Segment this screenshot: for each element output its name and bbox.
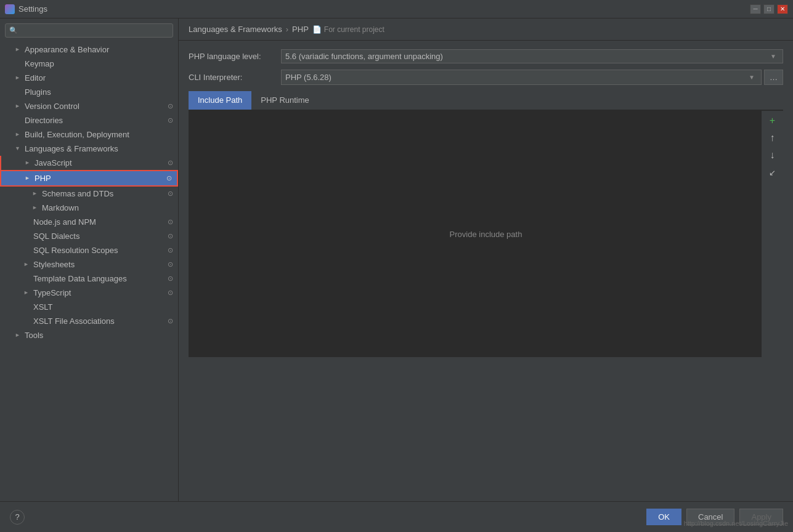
sidebar-item-label: Schemas and DTDs xyxy=(42,189,113,198)
sidebar-item-label: Plugins xyxy=(25,87,51,97)
copy-icon: ⊙ xyxy=(168,116,173,124)
sidebar-item-editor[interactable]: Editor xyxy=(0,71,178,85)
sidebar-item-plugins[interactable]: Plugins xyxy=(0,85,178,99)
help-section: ? xyxy=(10,510,25,525)
project-scope: 📄 For current project xyxy=(312,25,384,34)
sidebar-item-label: Node.js and NPM xyxy=(33,217,96,227)
sidebar-item-label: Version Control xyxy=(25,102,79,111)
sidebar-item-typescript[interactable]: TypeScript ⊙ xyxy=(0,286,178,300)
sidebar-item-build[interactable]: Build, Execution, Deployment xyxy=(0,127,178,142)
maximize-button[interactable]: □ xyxy=(763,4,775,14)
sidebar-item-label: XSLT xyxy=(33,302,53,312)
arrow-icon xyxy=(23,233,31,240)
language-level-row: PHP language level: 5.6 (variadic functi… xyxy=(189,49,783,63)
sidebar-item-label: TypeScript xyxy=(33,288,71,297)
sidebar-item-label: JavaScript xyxy=(35,158,72,167)
cli-interpreter-field: PHP (5.6.28) ▼ … xyxy=(281,70,783,85)
sidebar-item-keymap[interactable]: Keymap xyxy=(0,57,178,71)
sidebar-item-javascript[interactable]: JavaScript ⊙ xyxy=(0,156,178,170)
sidebar-item-label: SQL Resolution Scopes xyxy=(33,246,118,255)
sidebar-item-label: Build, Execution, Deployment xyxy=(25,130,129,139)
tabs-bar: Include Path PHP Runtime xyxy=(189,91,783,111)
sidebar-item-template-data[interactable]: Template Data Languages ⊙ xyxy=(0,272,178,286)
breadcrumb-parent: Languages & Frameworks xyxy=(189,25,282,34)
arrow-icon xyxy=(15,75,22,82)
language-level-dropdown[interactable]: 5.6 (variadic functions, argument unpack… xyxy=(281,49,783,63)
cli-interpreter-row: CLI Interpreter: PHP (5.6.28) ▼ … xyxy=(189,70,783,85)
arrow-icon xyxy=(15,103,22,110)
copy-icon: ⊙ xyxy=(168,317,173,325)
sidebar-item-tools[interactable]: Tools xyxy=(0,328,178,342)
include-path-panel: Provide include path + ↑ ↓ ↙ xyxy=(189,111,783,357)
language-level-value: 5.6 (variadic functions, argument unpack… xyxy=(285,52,768,61)
sidebar-item-label: PHP xyxy=(35,174,51,183)
close-button[interactable]: ✕ xyxy=(777,4,788,14)
search-box[interactable]: 🔍 xyxy=(5,23,173,38)
tab-php-runtime[interactable]: PHP Runtime xyxy=(251,91,319,110)
arrow-icon xyxy=(15,117,22,124)
sidebar-item-stylesheets[interactable]: Stylesheets ⊙ xyxy=(0,257,178,272)
cli-interpreter-browse-button[interactable]: … xyxy=(764,70,783,85)
sidebar-item-sql-dialects[interactable]: SQL Dialects ⊙ xyxy=(0,229,178,243)
sidebar-item-label: Directories xyxy=(25,116,63,125)
move-bottom-button[interactable]: ↙ xyxy=(765,165,780,180)
sidebar-item-label: XSLT File Associations xyxy=(33,316,115,326)
sidebar-item-sql-resolution[interactable]: SQL Resolution Scopes ⊙ xyxy=(0,243,178,257)
sidebar-item-label: Languages & Frameworks xyxy=(25,144,118,153)
copy-icon: ⊙ xyxy=(168,218,173,226)
breadcrumb-separator: › xyxy=(286,25,288,34)
arrow-icon xyxy=(15,145,22,153)
search-input[interactable] xyxy=(20,26,169,35)
content-area: Languages & Frameworks › PHP 📄 For curre… xyxy=(179,18,793,501)
cli-interpreter-value: PHP (5.6.28) xyxy=(285,73,746,82)
copy-icon: ⊙ xyxy=(168,260,173,268)
project-icon: 📄 xyxy=(312,25,322,34)
sidebar-item-label: Keymap xyxy=(25,59,54,68)
arrow-icon xyxy=(15,332,22,339)
minimize-button[interactable]: ─ xyxy=(750,4,761,14)
move-up-button[interactable]: ↑ xyxy=(765,131,780,145)
sidebar-item-php[interactable]: PHP ⊙ xyxy=(0,170,178,187)
copy-icon: ⊙ xyxy=(168,289,173,297)
arrow-icon xyxy=(23,318,31,325)
cli-interpreter-label: CLI Interpreter: xyxy=(189,73,281,82)
tab-include-path[interactable]: Include Path xyxy=(189,91,251,110)
include-path-toolbar: + ↑ ↓ ↙ xyxy=(761,111,783,357)
add-path-button[interactable]: + xyxy=(765,113,780,128)
cli-interpreter-value-box[interactable]: PHP (5.6.28) ▼ xyxy=(281,70,762,85)
sidebar-item-nodejs[interactable]: Node.js and NPM ⊙ xyxy=(0,215,178,229)
chevron-down-icon: ▼ xyxy=(746,74,757,81)
breadcrumb-child: PHP xyxy=(292,25,309,34)
copy-icon: ⊙ xyxy=(168,159,173,167)
arrow-icon xyxy=(32,204,39,212)
search-icon: 🔍 xyxy=(9,26,18,34)
arrow-icon xyxy=(25,159,32,167)
bottom-bar: ? OK Cancel Apply http://blog.csdn.net/L… xyxy=(0,501,793,532)
titlebar: Settings ─ □ ✕ xyxy=(0,0,793,18)
move-down-button[interactable]: ↓ xyxy=(765,148,780,163)
arrow-icon xyxy=(23,275,31,283)
copy-icon: ⊙ xyxy=(168,232,173,240)
sidebar-item-label: Template Data Languages xyxy=(33,274,127,283)
sidebar-item-schemas[interactable]: Schemas and DTDs ⊙ xyxy=(0,187,178,201)
sidebar-item-languages[interactable]: Languages & Frameworks xyxy=(0,142,178,156)
sidebar-item-version-control[interactable]: Version Control ⊙ xyxy=(0,99,178,113)
copy-icon: ⊙ xyxy=(168,190,173,198)
arrow-icon xyxy=(15,46,22,54)
app-icon xyxy=(5,4,15,14)
sidebar-item-label: Editor xyxy=(25,73,46,83)
sidebar-item-markdown[interactable]: Markdown xyxy=(0,201,178,215)
sidebar-item-xslt-file[interactable]: XSLT File Associations ⊙ xyxy=(0,314,178,328)
sidebar-item-directories[interactable]: Directories ⊙ xyxy=(0,113,178,127)
help-button[interactable]: ? xyxy=(10,510,25,525)
window-controls: ─ □ ✕ xyxy=(750,4,788,14)
sidebar-item-xslt[interactable]: XSLT xyxy=(0,300,178,314)
ok-button[interactable]: OK xyxy=(646,509,681,525)
arrow-icon xyxy=(23,247,31,254)
arrow-icon xyxy=(15,89,22,96)
sidebar-item-appearance[interactable]: Appearance & Behavior xyxy=(0,42,178,57)
sidebar-item-label: Appearance & Behavior xyxy=(25,45,109,54)
arrow-icon xyxy=(32,190,39,198)
sidebar-item-label: SQL Dialects xyxy=(33,232,79,241)
sidebar-item-label: Stylesheets xyxy=(33,260,75,269)
